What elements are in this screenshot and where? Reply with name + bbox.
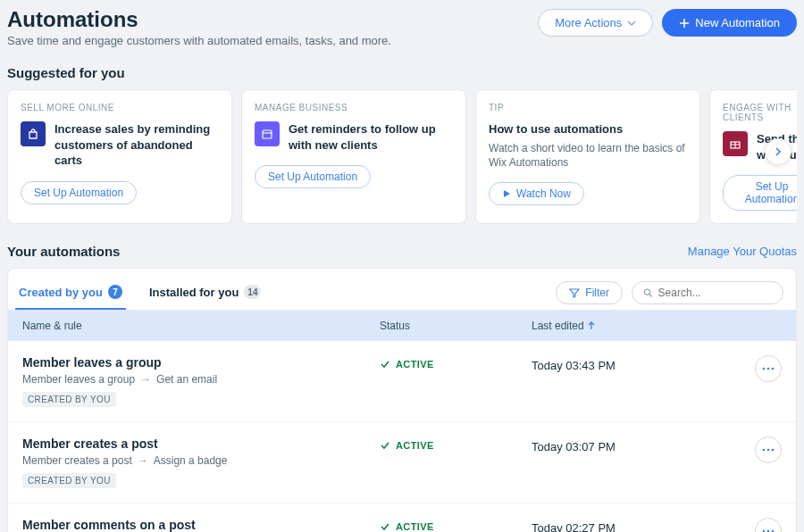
- arrow-right-icon: →: [138, 454, 148, 467]
- row-menu-button[interactable]: [755, 436, 782, 463]
- card-eyebrow: TIP: [489, 103, 687, 112]
- card-eyebrow: SELL MORE ONLINE: [21, 103, 219, 112]
- setup-automation-button[interactable]: Set Up Automation: [255, 165, 371, 188]
- tab-installed-for-you[interactable]: Installed for you 14: [146, 276, 265, 310]
- dots-icon: [762, 367, 775, 370]
- automations-table: Created by you 7 Installed for you 14 Fi…: [7, 268, 797, 532]
- filter-button[interactable]: Filter: [556, 281, 623, 304]
- header-left: Automations Save time and engage custome…: [7, 7, 391, 47]
- card-title: Get reminders to follow up with new clie…: [289, 121, 453, 153]
- card-desc: Watch a short video to learn the basics …: [489, 141, 687, 170]
- row-edited: Today 03:07 PM: [532, 440, 616, 453]
- sort-up-icon: [588, 321, 595, 330]
- page-header: Automations Save time and engage custome…: [7, 7, 797, 53]
- more-actions-label: More Actions: [555, 16, 622, 29]
- svg-point-7: [767, 449, 770, 452]
- chevron-down-icon: [627, 19, 636, 28]
- toolbar-right: Filter: [556, 281, 783, 304]
- row-title: Member leaves a group: [22, 355, 380, 370]
- new-automation-button[interactable]: New Automation: [662, 9, 797, 37]
- check-icon: [380, 440, 390, 451]
- suggested-card: SELL MORE ONLINE Increase sales by remin…: [7, 89, 232, 224]
- table-toolbar: Created by you 7 Installed for you 14 Fi…: [8, 269, 796, 310]
- row-edited: Today 02:27 PM: [532, 521, 616, 532]
- gift-icon: [723, 131, 748, 156]
- svg-point-8: [772, 449, 775, 452]
- svg-rect-0: [263, 130, 272, 138]
- svg-point-2: [644, 289, 649, 295]
- card-body: Get reminders to follow up with new clie…: [255, 121, 453, 153]
- manage-quotas-link[interactable]: Manage Your Quotas: [688, 245, 797, 258]
- suggested-card: MANAGE BUSINESS Get reminders to follow …: [241, 89, 466, 224]
- table-row[interactable]: Member comments on a post Member comment…: [8, 503, 796, 532]
- table-row[interactable]: Member creates a post Member creates a p…: [8, 422, 796, 503]
- calendar-icon: [255, 121, 280, 146]
- search-input[interactable]: [658, 287, 772, 299]
- card-eyebrow: ENGAGE WITH CLIENTS: [723, 103, 797, 122]
- more-actions-button[interactable]: More Actions: [538, 9, 653, 37]
- carousel-next-button[interactable]: [765, 138, 791, 165]
- new-automation-label: New Automation: [695, 16, 780, 29]
- card-eyebrow: MANAGE BUSINESS: [255, 103, 453, 112]
- check-icon: [380, 359, 390, 370]
- svg-point-4: [767, 368, 770, 370]
- search-input-wrapper[interactable]: [632, 281, 783, 304]
- created-by-you-tag: CREATED BY YOU: [22, 473, 116, 488]
- setup-automation-button[interactable]: Set Up Automation: [21, 181, 137, 204]
- table-header: Name & rule Status Last edited: [8, 310, 796, 341]
- row-title: Member comments on a post: [22, 518, 380, 532]
- card-body: How to use automations Watch a short vid…: [489, 121, 687, 170]
- tab-label: Installed for you: [149, 286, 239, 299]
- chevron-right-icon: [774, 147, 783, 156]
- check-icon: [380, 521, 390, 532]
- row-title: Member creates a post: [22, 436, 380, 451]
- row-menu-button[interactable]: [755, 518, 782, 532]
- watch-now-button[interactable]: Watch Now: [489, 182, 584, 205]
- card-body: Increase sales by reminding customers of…: [21, 121, 219, 169]
- card-title: Increase sales by reminding customers of…: [54, 121, 219, 169]
- header-last-edited[interactable]: Last edited: [532, 320, 742, 332]
- header-status[interactable]: Status: [380, 320, 532, 332]
- tab-count-badge: 7: [108, 285, 122, 299]
- row-rule: Member creates a post → Assign a badge: [22, 454, 380, 467]
- status-badge: ACTIVE: [380, 359, 532, 370]
- plus-icon: [679, 18, 690, 29]
- suggested-card-tip: TIP How to use automations Watch a short…: [475, 89, 700, 224]
- suggested-title: Suggested for you: [7, 65, 797, 80]
- filter-icon: [569, 287, 580, 298]
- header-actions: More Actions New Automation: [538, 9, 797, 37]
- row-edited: Today 03:43 PM: [532, 359, 616, 372]
- row-menu-button[interactable]: [755, 355, 782, 382]
- header-name[interactable]: Name & rule: [22, 320, 380, 332]
- tab-label: Created by you: [19, 286, 103, 299]
- svg-point-3: [763, 368, 766, 370]
- card-title: How to use automations: [489, 121, 687, 137]
- page-title: Automations: [7, 7, 391, 32]
- suggested-cards: SELL MORE ONLINE Increase sales by remin…: [7, 89, 797, 224]
- setup-automation-button[interactable]: Set Up Automation: [723, 175, 797, 211]
- created-by-you-tag: CREATED BY YOU: [22, 392, 116, 407]
- row-rule: Member leaves a group → Get an email: [22, 373, 380, 386]
- dots-icon: [762, 448, 775, 452]
- page-subtitle: Save time and engage customers with auto…: [7, 34, 391, 47]
- play-icon: [502, 189, 511, 198]
- table-row[interactable]: Member leaves a group Member leaves a gr…: [8, 341, 796, 422]
- tab-count-badge: 14: [244, 285, 261, 299]
- bag-icon: [21, 121, 46, 146]
- tabs: Created by you 7 Installed for you 14: [15, 276, 264, 310]
- search-icon: [643, 287, 653, 298]
- your-automations-title: Your automations: [7, 244, 120, 259]
- tab-created-by-you[interactable]: Created by you 7: [15, 276, 126, 310]
- arrow-right-icon: →: [140, 373, 151, 386]
- svg-point-6: [763, 449, 766, 452]
- status-badge: ACTIVE: [380, 440, 532, 451]
- svg-point-5: [772, 368, 775, 370]
- status-badge: ACTIVE: [380, 521, 532, 532]
